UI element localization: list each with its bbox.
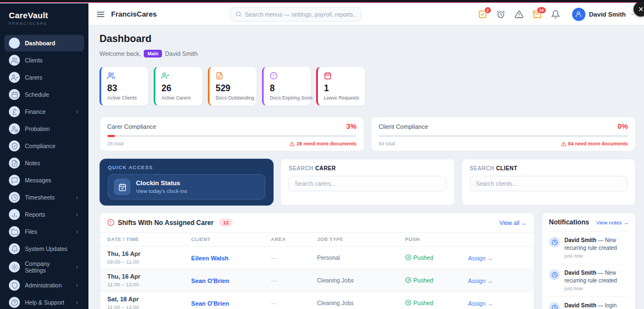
sidebar-item-dashboard[interactable]: Dashboard: [4, 35, 84, 51]
bell-icon: [551, 10, 560, 19]
menu-toggle-button[interactable]: [96, 10, 105, 19]
search-carer-input[interactable]: [289, 176, 446, 191]
sidebar-item-label: Carers: [25, 74, 43, 81]
alerts-button[interactable]: [515, 10, 523, 19]
clockins-button[interactable]: [496, 10, 505, 19]
sidebar-item-finance[interactable]: Finance: [4, 103, 84, 120]
sidebar-item-timesheets[interactable]: Timesheets: [4, 189, 84, 206]
shifts-title: Shifts With No Assigned Carer: [118, 219, 213, 227]
alarm-clock-icon: [496, 10, 505, 19]
stat-card-active-carers[interactable]: 26 Active Carers: [154, 66, 203, 106]
client-link[interactable]: Sean O'Brien: [191, 277, 229, 284]
shift-date: Thu, 16 Apr: [107, 273, 191, 280]
sidebar-item-label: Compliance: [25, 143, 55, 149]
chevron-right-icon: [75, 300, 80, 305]
notification-item[interactable]: David Smith — login USER 2m ago: [549, 297, 629, 309]
clock-icon: [549, 302, 560, 309]
page-title: Dashboard: [100, 33, 636, 45]
stat-label: Active Carers: [161, 95, 199, 101]
sidebar-item-files[interactable]: Files: [4, 223, 84, 240]
compliance-total: 28 total: [107, 141, 124, 146]
stat-card-leave-requests[interactable]: 1 Leave Requests: [316, 66, 365, 106]
welcome-line: Welcome back, Main David Smith: [100, 50, 636, 57]
tasks-button[interactable]: 2: [478, 10, 487, 19]
stat-label: Docs Outstanding: [216, 95, 253, 101]
sidebar-item-label: Company Settings: [25, 260, 70, 274]
logo-title: CareVault: [9, 11, 80, 20]
inbox-badge: 14: [537, 7, 546, 14]
chevron-right-icon: [75, 265, 80, 270]
compliance-total: 84 total: [379, 141, 395, 146]
stat-label: Docs Expiring Soon: [270, 95, 307, 101]
alert-circle-icon: [270, 72, 307, 80]
stat-card-active-clients[interactable]: 83 Active Clients: [100, 66, 149, 106]
sidebar-item-carers[interactable]: Carers: [4, 69, 84, 86]
notification-item[interactable]: David Smith — New recurring rule created…: [549, 264, 629, 297]
chevron-right-icon: [75, 212, 80, 217]
help-icon: [9, 297, 20, 308]
tasks-badge: 2: [484, 7, 491, 14]
sidebar-item-label: Timesheets: [25, 194, 55, 201]
file-icon: [9, 158, 20, 169]
quick-access-heading: QUICK ACCESS: [108, 165, 265, 170]
compliance-title: Client Compliance: [379, 123, 428, 130]
view-all-link[interactable]: View all →: [500, 219, 527, 226]
app-title: FrancisCares: [111, 10, 156, 18]
notification-item[interactable]: David Smith — New recurring rule created…: [549, 232, 629, 264]
client-link[interactable]: Sean O'Brien: [191, 300, 229, 307]
user-menu[interactable]: David Smith: [572, 8, 635, 21]
shifts-table-header: DATE / TIMECLIENTAREAJOB TYPEPUSH: [100, 232, 534, 247]
notifications-title: Notifications: [549, 218, 589, 226]
sidebar-item-administration[interactable]: Administration: [4, 277, 84, 294]
global-search[interactable]: [230, 7, 362, 22]
welcome-prefix: Welcome back,: [100, 50, 141, 57]
tile-title: Clockin Status: [136, 180, 187, 186]
sidebar-item-label: Messages: [25, 177, 51, 184]
alert-circle-icon: [107, 219, 114, 226]
sidebar-item-clients[interactable]: Clients: [4, 52, 84, 69]
stat-card-docs-outstanding[interactable]: 529 Docs Outstanding: [208, 66, 257, 106]
stat-value: 1: [324, 83, 362, 93]
shift-date: Sat, 18 Apr: [107, 296, 191, 302]
sidebar-item-system-updates[interactable]: System Updates: [4, 240, 84, 257]
progress-bar: [379, 135, 628, 137]
view-notes-link[interactable]: View notes →: [596, 219, 629, 226]
global-search-input[interactable]: [245, 11, 356, 18]
sidebar-item-messages[interactable]: Messages: [4, 172, 84, 188]
grid-icon: [9, 38, 20, 49]
sidebar-item-reports[interactable]: Reports: [4, 206, 84, 223]
sidebar-item-help-support[interactable]: Help & Support: [4, 294, 84, 309]
warning-triangle-icon: [290, 142, 295, 146]
notification-time: just now: [564, 286, 629, 291]
assign-link[interactable]: Assign →: [468, 300, 493, 307]
sidebar-item-compliance[interactable]: Compliance: [4, 138, 84, 154]
shift-area: —: [271, 254, 317, 261]
sidebar-item-company-settings[interactable]: Company Settings: [4, 258, 84, 276]
check-circle-icon: [405, 254, 411, 260]
search-carer-label: SEARCH CARER: [289, 165, 446, 171]
search-client-input[interactable]: [470, 176, 627, 191]
chevron-right-icon: [75, 109, 80, 114]
notifications-button[interactable]: [551, 10, 560, 19]
assign-link[interactable]: Assign →: [468, 255, 493, 261]
topbar: FrancisCares 2 14: [88, 3, 644, 25]
column-header: PUSH: [405, 237, 468, 242]
stat-card-docs-expiring-soon[interactable]: 8 Docs Expiring Soon: [262, 66, 311, 106]
clock-icon: [9, 192, 20, 203]
client-link[interactable]: Eileen Walsh: [191, 255, 228, 261]
assign-link[interactable]: Assign →: [468, 277, 493, 284]
shift-job-type: Personal: [317, 254, 405, 261]
warning-triangle-icon: [561, 142, 566, 146]
clockin-status-tile[interactable]: Clockin Status View today's clock-ins: [108, 174, 265, 200]
avatar: [572, 8, 585, 21]
users-icon: [9, 55, 20, 66]
welcome-user: David Smith: [165, 50, 197, 57]
user-check-icon: [9, 72, 20, 83]
notifications-panel: Notifications View notes → David Smith —…: [542, 212, 636, 309]
progress-bar: [107, 135, 357, 137]
sidebar-item-schedule[interactable]: Schedule: [4, 86, 84, 103]
sidebar-item-probation[interactable]: Probation: [4, 121, 84, 137]
inbox-button[interactable]: 14: [533, 10, 542, 19]
carer-compliance-card: Carer Compliance 3% 28 total 28 need mor…: [100, 117, 364, 151]
sidebar-item-notes[interactable]: Notes: [4, 155, 84, 171]
